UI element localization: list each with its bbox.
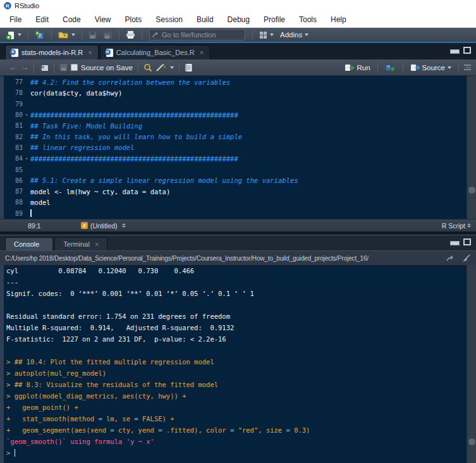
menu-item[interactable]: Build (190, 13, 221, 27)
pane-window-controls (450, 238, 471, 245)
code-line[interactable]: 78 cor(data$cty, data$hwy) (4, 87, 476, 98)
code-line[interactable]: 86 ## 5.1: Create a simple linear regres… (4, 175, 476, 186)
minimize-pane-icon[interactable] (450, 47, 458, 54)
section-spinner-icon (122, 223, 126, 228)
console-tab-label: Terminal (63, 240, 90, 248)
panes-layout-button[interactable] (257, 30, 276, 40)
editor-tab[interactable]: Calculating_Basic_Des.R × (100, 45, 211, 59)
console-tab-label: Console (14, 240, 39, 248)
code-tools-wand-icon[interactable] (156, 63, 166, 72)
save-icon[interactable] (59, 63, 68, 71)
rstudio-logo-icon: R (4, 2, 11, 9)
menu-item[interactable]: Plots (118, 13, 149, 27)
goto-directory-icon[interactable] (446, 255, 455, 262)
code-line[interactable]: 79 (4, 99, 476, 109)
menu-item[interactable]: Code (56, 13, 88, 27)
menu-item[interactable]: Tools (292, 13, 324, 27)
code-line[interactable]: 87 model <- lm(hwy ~ cty, data = data) (4, 186, 476, 197)
console-tab[interactable]: Terminal × (54, 237, 107, 250)
editor-scrollbar-thumb[interactable] (468, 187, 475, 194)
open-file-caret-icon (71, 34, 75, 36)
line-number: 77 (4, 78, 23, 85)
source-button[interactable]: Source (408, 63, 453, 73)
line-number: 80 (4, 111, 23, 118)
tab-close-icon[interactable]: × (95, 240, 99, 248)
toolbar-separator (252, 30, 253, 40)
menu-item[interactable]: Debug (221, 13, 257, 27)
console-line: > ggplot(model_diag_metrics, aes(cty, hw… (6, 392, 476, 404)
fold-chevron-icon[interactable] (23, 156, 30, 161)
code-editor[interactable]: 77 ## 4.2: Find the correlation between … (0, 76, 476, 219)
code-line[interactable]: 80 #####################################… (4, 109, 476, 120)
menu-item[interactable]: Session (149, 13, 190, 27)
line-number: 82 (4, 133, 23, 140)
editor-tab-label: stats-models-in-R.R (21, 49, 83, 56)
fold-chevron-icon[interactable] (23, 113, 30, 118)
code-line[interactable]: 84 #####################################… (4, 153, 476, 164)
source-on-save-checkbox[interactable] (71, 64, 78, 71)
save-button[interactable] (87, 30, 99, 40)
rerun-button[interactable] (383, 63, 398, 73)
menu-item[interactable]: Profile (257, 13, 292, 27)
line-number: 89 (4, 210, 23, 217)
editor-tab[interactable]: stats-models-in-R.R × (5, 45, 99, 59)
new-file-button[interactable] (4, 29, 23, 41)
console-path-icons (442, 254, 471, 262)
code-line[interactable]: 88 model (4, 197, 476, 207)
document-outline-icon[interactable] (464, 65, 471, 70)
back-icon[interactable]: ← (9, 63, 17, 71)
compile-report-icon[interactable] (185, 63, 193, 72)
new-project-button[interactable]: R (33, 29, 47, 41)
code-line[interactable]: 85 (4, 164, 476, 175)
console-scrollbar-thumb[interactable] (468, 438, 475, 445)
save-all-button[interactable] (101, 30, 114, 40)
console-line: cyl 0.08784 0.12040 0.730 0.466 (6, 267, 476, 278)
file-type-selector[interactable]: R Script (442, 222, 471, 230)
source-icon (410, 64, 421, 71)
svg-text:R: R (39, 34, 42, 39)
grid-icon (259, 31, 267, 39)
code-line[interactable]: 77 ## 4.2: Find the correlation between … (4, 77, 476, 87)
forward-icon[interactable]: → (20, 63, 28, 71)
code-line[interactable]: 89 (4, 208, 476, 219)
menu-item[interactable]: Help (324, 13, 353, 27)
console-line: `geom_smooth()` using formula 'y ~ x' (6, 438, 476, 449)
console-scrollbar[interactable] (467, 265, 476, 463)
popout-window-icon[interactable] (39, 63, 49, 71)
console-line (6, 301, 476, 312)
run-button[interactable]: Run (343, 63, 372, 73)
console-line: > autoplot(mul_reg_model) (6, 369, 476, 381)
toolbar-separator (179, 63, 180, 73)
menu-item[interactable]: View (88, 13, 118, 27)
code-line-text: ## Task Five: Model Building (30, 122, 476, 130)
source-on-save-label: Source on Save (81, 64, 133, 71)
menu-item[interactable]: Edit (28, 13, 56, 27)
print-button[interactable] (124, 29, 137, 40)
code-line-text: model (30, 199, 476, 206)
addins-button[interactable]: Addins (278, 30, 310, 40)
editor-scrollbar[interactable] (467, 76, 476, 219)
find-icon[interactable] (143, 63, 152, 72)
section-selector[interactable]: # (Untitled) (81, 222, 126, 230)
minimize-pane-icon[interactable] (450, 239, 458, 245)
maximize-pane-icon[interactable] (463, 47, 471, 54)
goto-file-input[interactable] (162, 31, 236, 39)
toolbar-separator (54, 63, 54, 73)
maximize-pane-icon[interactable] (463, 238, 471, 245)
console-tab[interactable]: Console (5, 237, 53, 250)
code-line-text: ########################################… (30, 111, 476, 119)
goto-file-search[interactable] (149, 29, 245, 40)
code-line[interactable]: 81 ## Task Five: Model Building (4, 120, 476, 131)
tab-close-icon[interactable]: × (88, 49, 92, 56)
cursor-position: 89:1 (28, 222, 72, 230)
toolbar-separator (403, 63, 403, 73)
code-line[interactable]: 82 ## In this task, you will learn how t… (4, 131, 476, 142)
code-line[interactable]: 83 ## linear regression model (4, 142, 476, 153)
open-file-button[interactable] (56, 29, 77, 40)
toolbar-separator (51, 30, 52, 40)
tab-close-icon[interactable]: × (200, 49, 204, 56)
clear-console-broom-icon[interactable] (461, 254, 471, 262)
console-line: F-statistic: 1227 on 2 and 231 DF, p-val… (6, 335, 476, 347)
menu-item[interactable]: File (3, 13, 28, 27)
console-output[interactable]: cyl 0.08784 0.12040 0.730 0.466---Signif… (0, 265, 476, 463)
